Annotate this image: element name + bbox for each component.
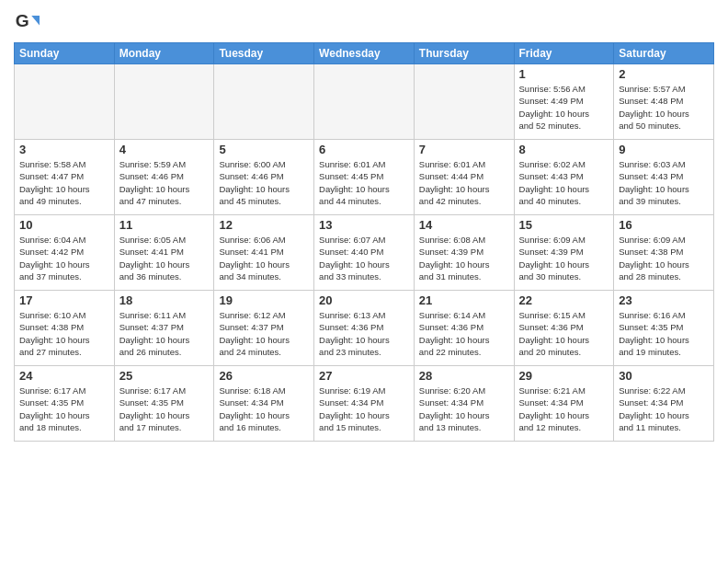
svg-marker-1 — [31, 16, 40, 26]
day-info: Sunrise: 6:13 AM Sunset: 4:36 PM Dayligh… — [319, 309, 409, 358]
calendar-cell: 5Sunrise: 6:00 AM Sunset: 4:46 PM Daylig… — [214, 140, 314, 215]
day-info: Sunrise: 6:03 AM Sunset: 4:43 PM Dayligh… — [619, 158, 709, 207]
day-info: Sunrise: 6:05 AM Sunset: 4:41 PM Dayligh… — [119, 234, 210, 282]
calendar-cell — [314, 64, 415, 140]
day-number: 30 — [619, 369, 709, 383]
calendar-cell: 1Sunrise: 5:56 AM Sunset: 4:49 PM Daylig… — [514, 64, 614, 140]
day-number: 22 — [519, 293, 609, 307]
day-number: 6 — [319, 143, 409, 156]
svg-text:G: G — [16, 11, 29, 30]
day-info: Sunrise: 6:15 AM Sunset: 4:36 PM Dayligh… — [519, 309, 609, 358]
calendar-week: 17Sunrise: 6:10 AM Sunset: 4:38 PM Dayli… — [15, 291, 714, 366]
calendar-cell: 15Sunrise: 6:09 AM Sunset: 4:39 PM Dayli… — [514, 215, 614, 291]
day-info: Sunrise: 6:09 AM Sunset: 4:39 PM Dayligh… — [519, 234, 609, 282]
header: G — [14, 9, 714, 35]
weekday-header: Friday — [514, 43, 614, 64]
calendar-body: 1Sunrise: 5:56 AM Sunset: 4:49 PM Daylig… — [15, 64, 714, 442]
weekday-header: Thursday — [414, 43, 514, 64]
calendar-week: 24Sunrise: 6:17 AM Sunset: 4:35 PM Dayli… — [15, 366, 714, 442]
calendar-cell: 26Sunrise: 6:18 AM Sunset: 4:34 PM Dayli… — [214, 366, 314, 442]
logo: G — [14, 9, 43, 35]
day-number: 16 — [619, 218, 709, 232]
day-info: Sunrise: 6:12 AM Sunset: 4:37 PM Dayligh… — [219, 309, 309, 358]
day-number: 11 — [119, 218, 210, 232]
calendar-cell — [214, 64, 314, 140]
calendar-cell: 21Sunrise: 6:14 AM Sunset: 4:36 PM Dayli… — [414, 291, 514, 366]
calendar-cell: 22Sunrise: 6:15 AM Sunset: 4:36 PM Dayli… — [514, 291, 614, 366]
day-info: Sunrise: 6:18 AM Sunset: 4:34 PM Dayligh… — [219, 385, 309, 433]
day-info: Sunrise: 6:19 AM Sunset: 4:34 PM Dayligh… — [319, 385, 409, 433]
day-info: Sunrise: 6:17 AM Sunset: 4:35 PM Dayligh… — [119, 385, 210, 433]
day-number: 1 — [519, 67, 609, 81]
calendar-week: 1Sunrise: 5:56 AM Sunset: 4:49 PM Daylig… — [15, 64, 714, 140]
day-number: 8 — [519, 143, 609, 156]
day-info: Sunrise: 6:16 AM Sunset: 4:35 PM Dayligh… — [619, 309, 709, 358]
calendar-cell: 24Sunrise: 6:17 AM Sunset: 4:35 PM Dayli… — [15, 366, 115, 442]
day-info: Sunrise: 6:01 AM Sunset: 4:44 PM Dayligh… — [419, 158, 509, 207]
calendar-cell — [15, 64, 115, 140]
day-number: 29 — [519, 369, 609, 383]
day-number: 19 — [219, 293, 309, 307]
day-info: Sunrise: 6:14 AM Sunset: 4:36 PM Dayligh… — [419, 309, 509, 358]
day-info: Sunrise: 6:04 AM Sunset: 4:42 PM Dayligh… — [19, 234, 109, 282]
calendar-cell: 13Sunrise: 6:07 AM Sunset: 4:40 PM Dayli… — [314, 215, 415, 291]
weekday-header: Monday — [114, 43, 214, 64]
calendar-cell: 23Sunrise: 6:16 AM Sunset: 4:35 PM Dayli… — [614, 291, 714, 366]
day-number: 24 — [19, 369, 109, 383]
day-info: Sunrise: 6:01 AM Sunset: 4:45 PM Dayligh… — [319, 158, 409, 207]
calendar-cell: 11Sunrise: 6:05 AM Sunset: 4:41 PM Dayli… — [114, 215, 214, 291]
day-number: 21 — [419, 293, 509, 307]
day-number: 3 — [19, 143, 109, 156]
calendar-cell: 20Sunrise: 6:13 AM Sunset: 4:36 PM Dayli… — [314, 291, 415, 366]
calendar-cell: 27Sunrise: 6:19 AM Sunset: 4:34 PM Dayli… — [314, 366, 415, 442]
calendar-week: 3Sunrise: 5:58 AM Sunset: 4:47 PM Daylig… — [15, 140, 714, 215]
calendar-cell: 7Sunrise: 6:01 AM Sunset: 4:44 PM Daylig… — [414, 140, 514, 215]
calendar-cell: 29Sunrise: 6:21 AM Sunset: 4:34 PM Dayli… — [514, 366, 614, 442]
day-info: Sunrise: 6:20 AM Sunset: 4:34 PM Dayligh… — [419, 385, 509, 433]
day-info: Sunrise: 5:57 AM Sunset: 4:48 PM Dayligh… — [619, 83, 709, 132]
day-info: Sunrise: 5:56 AM Sunset: 4:49 PM Dayligh… — [519, 83, 609, 132]
weekday-header: Wednesday — [314, 43, 415, 64]
calendar-cell — [114, 64, 214, 140]
day-info: Sunrise: 6:06 AM Sunset: 4:41 PM Dayligh… — [219, 234, 309, 282]
calendar-week: 10Sunrise: 6:04 AM Sunset: 4:42 PM Dayli… — [15, 215, 714, 291]
calendar-cell: 10Sunrise: 6:04 AM Sunset: 4:42 PM Dayli… — [15, 215, 115, 291]
day-number: 23 — [619, 293, 709, 307]
day-number: 2 — [619, 67, 709, 81]
day-number: 10 — [19, 218, 109, 232]
day-info: Sunrise: 6:21 AM Sunset: 4:34 PM Dayligh… — [519, 385, 609, 433]
page: G SundayMondayTuesdayWednesdayThursdayFr… — [0, 0, 728, 451]
day-number: 17 — [19, 293, 109, 307]
calendar-cell: 9Sunrise: 6:03 AM Sunset: 4:43 PM Daylig… — [614, 140, 714, 215]
calendar-cell: 6Sunrise: 6:01 AM Sunset: 4:45 PM Daylig… — [314, 140, 415, 215]
day-info: Sunrise: 6:22 AM Sunset: 4:34 PM Dayligh… — [619, 385, 709, 433]
day-number: 15 — [519, 218, 609, 232]
calendar-cell: 17Sunrise: 6:10 AM Sunset: 4:38 PM Dayli… — [15, 291, 115, 366]
day-number: 7 — [419, 143, 509, 156]
calendar-cell: 14Sunrise: 6:08 AM Sunset: 4:39 PM Dayli… — [414, 215, 514, 291]
day-number: 5 — [219, 143, 309, 156]
day-number: 9 — [619, 143, 709, 156]
calendar-cell: 3Sunrise: 5:58 AM Sunset: 4:47 PM Daylig… — [15, 140, 115, 215]
logo-icon: G — [14, 9, 40, 35]
calendar-cell: 25Sunrise: 6:17 AM Sunset: 4:35 PM Dayli… — [114, 366, 214, 442]
day-number: 27 — [319, 369, 409, 383]
calendar-cell — [414, 64, 514, 140]
weekday-header: Saturday — [614, 43, 714, 64]
calendar-cell: 2Sunrise: 5:57 AM Sunset: 4:48 PM Daylig… — [614, 64, 714, 140]
day-info: Sunrise: 5:58 AM Sunset: 4:47 PM Dayligh… — [19, 158, 109, 207]
day-info: Sunrise: 6:17 AM Sunset: 4:35 PM Dayligh… — [19, 385, 109, 433]
day-number: 28 — [419, 369, 509, 383]
day-number: 18 — [119, 293, 210, 307]
calendar-cell: 19Sunrise: 6:12 AM Sunset: 4:37 PM Dayli… — [214, 291, 314, 366]
day-info: Sunrise: 5:59 AM Sunset: 4:46 PM Dayligh… — [119, 158, 210, 207]
weekday-row: SundayMondayTuesdayWednesdayThursdayFrid… — [15, 43, 714, 64]
calendar-cell: 4Sunrise: 5:59 AM Sunset: 4:46 PM Daylig… — [114, 140, 214, 215]
day-number: 20 — [319, 293, 409, 307]
calendar-cell: 28Sunrise: 6:20 AM Sunset: 4:34 PM Dayli… — [414, 366, 514, 442]
day-number: 25 — [119, 369, 210, 383]
day-info: Sunrise: 6:09 AM Sunset: 4:38 PM Dayligh… — [619, 234, 709, 282]
day-info: Sunrise: 6:11 AM Sunset: 4:37 PM Dayligh… — [119, 309, 210, 358]
calendar-cell: 30Sunrise: 6:22 AM Sunset: 4:34 PM Dayli… — [614, 366, 714, 442]
day-info: Sunrise: 6:10 AM Sunset: 4:38 PM Dayligh… — [19, 309, 109, 358]
